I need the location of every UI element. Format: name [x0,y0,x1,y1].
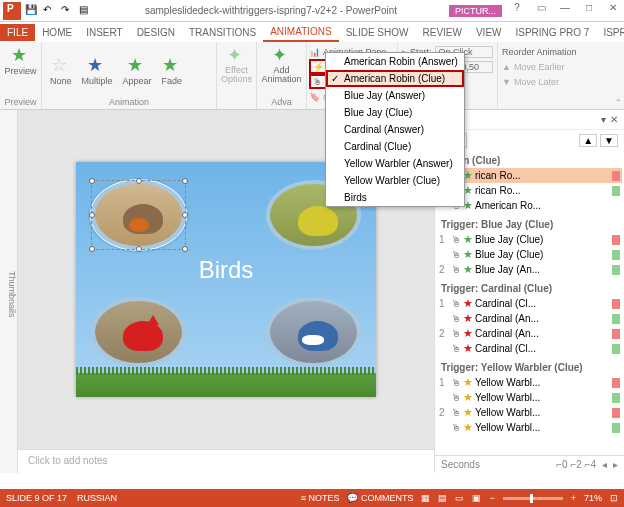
comments-button[interactable]: 💬 COMMENTS [347,493,413,503]
zoom-out-icon[interactable]: − [489,493,494,503]
star-icon: ★ [87,55,107,75]
timeline-scroll-right[interactable]: ▸ [613,459,618,470]
animation-row[interactable]: 1🖱★Cardinal (Cl... [437,296,622,311]
slide-title[interactable]: Birds [199,256,254,284]
notes-button[interactable]: ≡ NOTES [301,493,340,503]
animation-row[interactable]: 1🖱★Blue Jay (Clue) [437,232,622,247]
animation-row[interactable]: 🖱★Cardinal (Cl... [437,341,622,356]
preview-button[interactable]: ★ Preview [4,44,37,77]
zoom-in-icon[interactable]: + [571,493,576,503]
trigger-type-icon: 🖱 [451,328,461,339]
slideshow-view-icon[interactable]: ▣ [472,493,481,503]
animation-row[interactable]: 🖱★Yellow Warbl... [437,390,622,405]
effect-options-icon: ✦ [227,45,247,65]
reading-view-icon[interactable]: ▭ [455,493,464,503]
tab-transitions[interactable]: TRANSITIONS [182,24,263,41]
animation-row[interactable]: 2🖱★Blue Jay (An... [437,262,622,277]
move-up-button[interactable]: ▲ [579,134,597,147]
tab-animations[interactable]: ANIMATIONS [263,23,338,42]
minimize-icon[interactable]: — [554,2,576,20]
tab-ispring-pro-7[interactable]: ISPRING PRO 7 [509,24,597,41]
anim-multiple[interactable]: ★Multiple [78,44,117,97]
thumbnails-rail[interactable]: Thumbnails [0,110,18,473]
tab-design[interactable]: DESIGN [130,24,182,41]
duration-bar [612,186,620,196]
animation-row[interactable]: 🖱★Cardinal (An... [437,311,622,326]
tab-file[interactable]: FILE [0,24,35,41]
anim-none[interactable]: ☆None [46,44,76,97]
close-pane-icon[interactable]: ✕ [610,114,618,125]
tab-home[interactable]: HOME [35,24,79,41]
preview-icon: ★ [11,45,31,65]
tab-insert[interactable]: INSERT [79,24,130,41]
trigger-option[interactable]: Birds [326,189,464,206]
pane-dropdown-icon[interactable]: ▾ [601,114,606,125]
contextual-tab-label: PICTUR... [449,5,502,17]
tab-view[interactable]: VIEW [469,24,509,41]
move-earlier-button[interactable]: ▲ Move Earlier [502,59,577,74]
close-icon[interactable]: ✕ [602,2,624,20]
add-animation-icon: ✦ [272,45,292,65]
add-animation-button[interactable]: ✦ Add Animation [261,44,302,85]
workspace: Thumbnails Birds Click to add notes Pane… [0,110,624,473]
trigger-type-icon: 🖱 [451,377,461,388]
tab-review[interactable]: REVIEW [415,24,468,41]
ribbon-options-icon[interactable]: ▭ [530,2,552,20]
anim-fade[interactable]: ★Fade [158,44,187,97]
reorder-label: Reorder Animation [502,44,577,59]
cardinal-image[interactable] [91,297,186,367]
trigger-option[interactable]: Yellow Warbler (Answer) [326,155,464,172]
effect-star-icon: ★ [463,312,473,325]
duration-bar [612,171,620,181]
tab-slide-show[interactable]: SLIDE SHOW [339,24,416,41]
animation-row[interactable]: 1🖱★Yellow Warbl... [437,375,622,390]
group-animation-label: Animation [46,97,212,107]
seconds-label: Seconds [441,459,480,470]
maximize-icon[interactable]: □ [578,2,600,20]
star-icon: ★ [162,55,182,75]
trigger-option[interactable]: ✓American Robin (Clue) [326,70,464,87]
anim-appear[interactable]: ★Appear [119,44,156,97]
undo-icon[interactable]: ↶ [43,4,57,18]
trigger-option[interactable]: Cardinal (Answer) [326,121,464,138]
notes-pane[interactable]: Click to add notes [18,449,434,473]
duration-bar [612,378,620,388]
trigger-option[interactable]: American Robin (Answer) [326,53,464,70]
slide-indicator[interactable]: SLIDE 9 OF 17 [6,493,67,503]
duration-bar [612,250,620,260]
american-robin-image[interactable] [91,180,186,250]
animation-pane-footer: Seconds ⌐0 ⌐2 ⌐4 ◂ ▸ [435,455,624,473]
collapse-ribbon-icon[interactable]: ⌃ [615,98,622,107]
trigger-option[interactable]: Cardinal (Clue) [326,138,464,155]
animation-row[interactable]: 2🖱★Cardinal (An... [437,326,622,341]
fit-to-window-icon[interactable]: ⊡ [610,493,618,503]
blue-jay-image[interactable] [266,297,361,367]
zoom-level[interactable]: 71% [584,493,602,503]
animation-row[interactable]: 🖱★Yellow Warbl... [437,420,622,435]
normal-view-icon[interactable]: ▦ [421,493,430,503]
duration-bar [612,344,620,354]
tab-ispring-suite-7[interactable]: ISPRING SUITE 7 [596,24,624,41]
duration-bar [612,235,620,245]
trigger-option[interactable]: Yellow Warbler (Clue) [326,172,464,189]
grass-decoration [76,373,376,397]
trigger-dropdown-menu: American Robin (Answer)✓American Robin (… [325,52,465,207]
sorter-view-icon[interactable]: ▤ [438,493,447,503]
redo-icon[interactable]: ↷ [61,4,75,18]
move-later-button[interactable]: ▼ Move Later [502,74,577,89]
zoom-slider[interactable] [503,497,563,500]
trigger-option[interactable]: Blue Jay (Clue) [326,104,464,121]
animation-row[interactable]: 2🖱★Yellow Warbl... [437,405,622,420]
animation-row[interactable]: 🖱★Blue Jay (Clue) [437,247,622,262]
start-slideshow-icon[interactable]: ▤ [79,4,93,18]
move-down-button[interactable]: ▼ [600,134,618,147]
selection-handles[interactable] [91,180,186,250]
help-icon[interactable]: ? [506,2,528,20]
effect-options-button[interactable]: ✦ Effect Options [221,44,252,85]
language-indicator[interactable]: RUSSIAN [77,493,117,503]
timeline-scroll-left[interactable]: ◂ [602,459,607,470]
trigger-option[interactable]: Blue Jay (Answer) [326,87,464,104]
app-icon [3,2,21,20]
check-icon: ✓ [331,73,339,84]
save-icon[interactable]: 💾 [25,4,39,18]
